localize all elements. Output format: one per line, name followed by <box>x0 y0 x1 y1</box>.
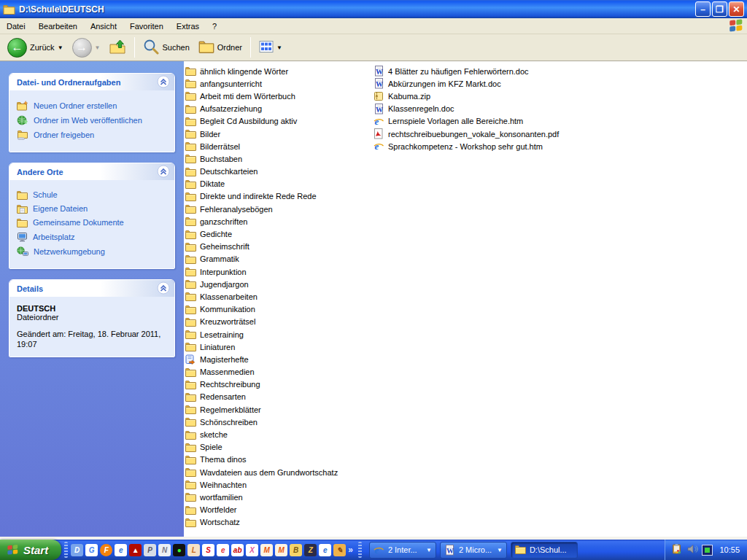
folder-item[interactable]: ganzschriften <box>185 215 338 228</box>
place-eigene-dateien[interactable]: Eigene Dateien <box>17 204 169 214</box>
search-button[interactable]: Suchen <box>140 37 192 58</box>
folder-item[interactable]: Klassenarbeiten <box>185 290 338 303</box>
media-app-icon[interactable]: ● <box>173 544 185 556</box>
collapse-chevron-icon[interactable] <box>157 281 170 296</box>
google-icon[interactable]: G <box>85 544 98 556</box>
print-app-icon[interactable]: X <box>246 544 258 556</box>
collapse-chevron-icon[interactable] <box>157 75 170 90</box>
task-neuen-ordner-erstellen[interactable]: Neuen Ordner erstellen <box>17 101 169 111</box>
taskbar-button-2-inter-[interactable]: e2 Inter...▼ <box>369 542 436 559</box>
up-button[interactable] <box>106 36 129 58</box>
forward-button[interactable]: → ▼ <box>69 36 104 59</box>
file-item[interactable]: WAbkürzungen im KFZ Markt.doc <box>374 77 559 90</box>
folder-item[interactable]: wortfamilien <box>185 491 338 503</box>
ie-secondary-icon[interactable]: e <box>319 544 331 556</box>
firefox-icon[interactable]: F <box>100 544 112 556</box>
restore-button[interactable]: ❐ <box>712 1 727 17</box>
folder-item[interactable]: Buchstaben <box>185 152 338 165</box>
menu-favoriten[interactable]: Favoriten <box>123 18 170 34</box>
minimize-button[interactable]: – <box>695 1 711 17</box>
winamp-icon[interactable]: Z <box>304 544 317 556</box>
back-dropdown-icon[interactable]: ▼ <box>58 44 63 51</box>
place-arbeitsplatz[interactable]: Arbeitsplatz <box>17 232 169 242</box>
file-item[interactable]: eSprachkompetenz - Workshop sehr gut.htm <box>374 140 559 152</box>
image-viewer-icon[interactable]: N <box>158 544 171 556</box>
place-netzwerkumgebung[interactable]: Netzwerkumgebung <box>17 246 169 257</box>
folder-item[interactable]: Wortschatz <box>185 516 338 529</box>
folder-item[interactable]: sketche <box>185 428 338 440</box>
folder-item[interactable]: Massenmedien <box>185 366 338 378</box>
paint-app-icon[interactable]: P <box>144 544 156 556</box>
place-gemeinsame-dokumente[interactable]: Gemeinsame Dokumente <box>17 218 169 228</box>
panel-other-places-header[interactable]: Andere Orte <box>9 163 174 180</box>
vnc-tray-icon[interactable] <box>702 545 713 556</box>
folder-item[interactable]: Redensarten <box>185 391 338 403</box>
folder-item[interactable]: Diktate <box>185 178 338 190</box>
taskbar-button-dropdown-icon[interactable]: ▼ <box>426 547 432 553</box>
quicklaunch-overflow-chevron[interactable]: » <box>346 545 355 555</box>
place-schule[interactable]: Schule <box>17 190 169 200</box>
taskbar-button-dropdown-icon[interactable]: ▼ <box>497 547 503 553</box>
file-item[interactable]: rechtschreibuebungen_vokale_konsonanten.… <box>374 128 559 140</box>
folder-item[interactable]: Liniaturen <box>185 341 338 353</box>
folder-item[interactable]: Spiele <box>185 441 338 454</box>
internet-explorer-icon[interactable]: e <box>115 544 127 556</box>
back-button[interactable]: ← Zurück ▼ <box>4 36 66 59</box>
folder-item[interactable]: Wavdateien aus dem Grundwortschatz <box>185 466 338 478</box>
folder-item[interactable]: Lesetraining <box>185 328 338 341</box>
start-button[interactable]: Start <box>0 540 61 560</box>
folder-item[interactable]: Schönschreiben <box>185 416 338 428</box>
folder-item[interactable]: Begleit Cd Ausbildung aktiv <box>185 115 338 128</box>
task-ordner-freigeben[interactable]: Ordner freigeben <box>17 130 169 140</box>
folder-item[interactable]: Aufsatzerziehung <box>185 103 338 115</box>
folder-item[interactable]: Kreuzworträtsel <box>185 316 338 328</box>
burn-app-1-icon[interactable]: M <box>260 544 273 556</box>
folder-item[interactable]: Interpunktion <box>185 265 338 278</box>
lion-app-icon[interactable]: L <box>187 544 200 556</box>
folder-item[interactable]: ähnlich klingende Wörter <box>185 65 338 77</box>
burn-app-2-icon[interactable]: M <box>275 544 287 556</box>
ebay-icon[interactable]: e <box>217 544 229 556</box>
folder-item[interactable]: Jugendjargon <box>185 278 338 290</box>
panel-file-tasks-header[interactable]: Datei- und Ordneraufgaben <box>9 74 174 90</box>
folder-item[interactable]: Thema dinos <box>185 454 338 466</box>
book-app-icon[interactable]: B <box>290 544 302 556</box>
views-button[interactable]: ▼ <box>256 38 285 57</box>
folder-item[interactable]: Gedichte <box>185 228 338 240</box>
folder-item[interactable]: Rechtschreibung <box>185 378 338 391</box>
folder-item[interactable]: Kommunikation <box>185 303 338 316</box>
menu-extras[interactable]: Extras <box>170 18 206 34</box>
taskbar-button-2-micro-[interactable]: W2 Micro...▼ <box>440 542 507 559</box>
folder-item[interactable]: anfangsunterricht <box>185 77 338 90</box>
menu-bearbeiten[interactable]: Bearbeiten <box>32 18 84 34</box>
folder-item[interactable]: Arbeit mti dem Wörterbuch <box>185 90 338 102</box>
volume-tray-icon[interactable] <box>686 543 698 556</box>
views-dropdown-icon[interactable]: ▼ <box>276 44 282 51</box>
menu-ansicht[interactable]: Ansicht <box>84 18 123 34</box>
folder-item[interactable]: Deutschkarteien <box>185 166 338 178</box>
file-item[interactable]: eLernspiele Vorlagen alle Bereiche.htm <box>374 115 559 128</box>
folder-item[interactable]: Grammatik <box>185 253 338 265</box>
panel-details-header[interactable]: Details <box>9 280 174 297</box>
file-item[interactable]: Kabuma.zip <box>374 90 559 102</box>
folder-item[interactable]: Fehleranalysebögen <box>185 203 338 215</box>
folder-item[interactable]: Geheimschrift <box>185 241 338 253</box>
collapse-chevron-icon[interactable] <box>157 165 170 179</box>
folders-button[interactable]: Ordner <box>196 39 245 56</box>
taskband-handle[interactable] <box>358 542 362 558</box>
show-desktop-icon[interactable]: D <box>71 544 83 556</box>
task-ordner-im-web-veröffentlichen[interactable]: Ordner im Web veröffentlichen <box>17 115 169 125</box>
folder-item[interactable]: Regelmerkblätter <box>185 403 338 416</box>
close-button[interactable]: ✕ <box>729 1 744 17</box>
folder-item[interactable]: Bilderrätsel <box>185 140 338 152</box>
folder-item[interactable]: Bilder <box>185 128 338 140</box>
file-item[interactable]: W4 Blätter zu häufigen Fehlerwörtern.doc <box>374 65 559 77</box>
marker-pen-icon[interactable]: ✎ <box>333 544 346 556</box>
taskbar-button-d-schul-[interactable]: D:\Schul... <box>511 542 578 559</box>
menu-datei[interactable]: Datei <box>0 18 32 34</box>
folder-item[interactable]: Magisterhefte <box>185 353 338 365</box>
folder-item[interactable]: Direkte und indirekte Rede Rede <box>185 190 338 203</box>
menu-?[interactable]: ? <box>206 18 223 34</box>
sparkasse-icon[interactable]: S <box>202 544 214 556</box>
ab-app-icon[interactable]: ab <box>231 544 244 556</box>
